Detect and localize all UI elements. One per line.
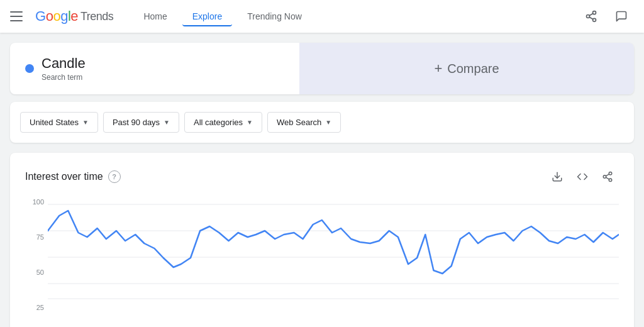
help-icon[interactable]: ? xyxy=(108,170,121,183)
logo-e: e xyxy=(70,8,78,25)
main-content: Candle Search term + Compare United Stat… xyxy=(0,33,644,327)
download-button[interactable] xyxy=(546,165,569,188)
search-area: Candle Search term + Compare xyxy=(10,43,634,94)
region-filter[interactable]: United States ▼ xyxy=(20,112,98,133)
nav-trending[interactable]: Trending Now xyxy=(237,6,312,26)
term-dot xyxy=(25,64,34,73)
category-filter[interactable]: All categories ▼ xyxy=(184,112,262,133)
svg-line-4 xyxy=(589,13,593,15)
logo-o2: o xyxy=(53,8,60,25)
logo: Google Trends xyxy=(35,8,113,25)
search-type-filter[interactable]: Web Search ▼ xyxy=(267,112,341,133)
category-arrow-icon: ▼ xyxy=(247,119,253,126)
time-label: Past 90 days xyxy=(113,118,160,127)
feedback-button[interactable] xyxy=(609,4,634,29)
y-label-100: 100 xyxy=(33,198,44,206)
nav-home[interactable]: Home xyxy=(133,6,177,26)
y-label-25: 25 xyxy=(36,304,44,311)
logo-o1: o xyxy=(46,8,53,25)
search-type-label: Web Search xyxy=(277,118,321,127)
term-info: Candle Search term xyxy=(42,55,86,82)
nav-explore[interactable]: Explore xyxy=(182,6,232,26)
region-arrow-icon: ▼ xyxy=(82,119,89,126)
compare-plus-icon: + xyxy=(434,60,442,77)
category-label: All categories xyxy=(194,118,243,127)
search-type-arrow-icon: ▼ xyxy=(325,119,331,126)
menu-icon[interactable] xyxy=(10,9,25,24)
term-name: Candle xyxy=(42,55,86,72)
logo-g: G xyxy=(35,8,46,25)
svg-line-9 xyxy=(606,178,609,180)
search-term-box: Candle Search term xyxy=(10,43,299,94)
embed-button[interactable] xyxy=(571,165,594,188)
header-actions xyxy=(579,4,634,29)
region-label: United States xyxy=(30,118,79,127)
download-icon xyxy=(552,171,563,182)
svg-line-10 xyxy=(606,174,609,176)
logo-g2: g xyxy=(60,8,68,25)
embed-icon xyxy=(577,171,588,182)
share-icon xyxy=(585,10,597,23)
chart-title-area: Interest over time ? xyxy=(25,170,121,183)
chart-header: Interest over time ? xyxy=(25,165,619,188)
time-filter[interactable]: Past 90 days ▼ xyxy=(103,112,179,133)
y-label-50: 50 xyxy=(36,269,44,276)
logo-trends: Trends xyxy=(80,10,113,23)
compare-box[interactable]: + Compare xyxy=(299,43,634,94)
chart-title: Interest over time xyxy=(25,171,103,182)
header: Google Trends Home Explore Trending Now xyxy=(0,0,644,33)
chart-svg xyxy=(48,198,619,311)
time-arrow-icon: ▼ xyxy=(164,119,170,126)
share-chart-button[interactable] xyxy=(596,165,619,188)
share-button[interactable] xyxy=(579,4,604,29)
term-type: Search term xyxy=(42,73,86,82)
share-chart-icon xyxy=(602,171,613,182)
chart-area xyxy=(48,198,619,324)
filters-bar: United States ▼ Past 90 days ▼ All categ… xyxy=(10,102,634,143)
y-label-75: 75 xyxy=(36,233,44,241)
svg-line-3 xyxy=(589,17,593,19)
y-axis: 100 75 50 25 xyxy=(25,198,48,311)
main-nav: Home Explore Trending Now xyxy=(133,6,579,26)
chart-card: Interest over time ? xyxy=(10,153,634,327)
chart-actions xyxy=(546,165,619,188)
chart-container: 100 75 50 25 xyxy=(25,198,619,324)
feedback-icon xyxy=(615,10,628,23)
compare-label: Compare xyxy=(447,62,499,76)
